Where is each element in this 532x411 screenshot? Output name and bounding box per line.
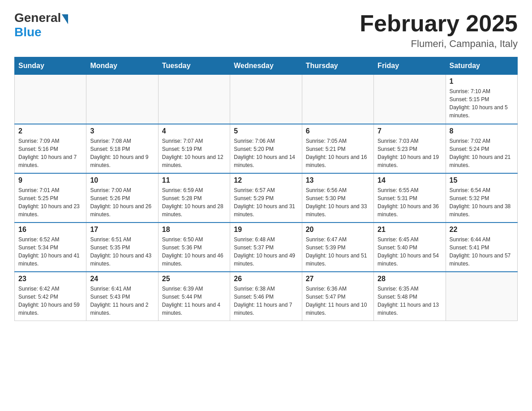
day-number: 19	[234, 226, 298, 234]
day-number: 26	[234, 275, 298, 283]
day-number: 20	[306, 226, 370, 234]
calendar-cell: 18Sunrise: 6:50 AM Sunset: 5:36 PM Dayli…	[158, 223, 230, 272]
day-info: Sunrise: 6:39 AM Sunset: 5:44 PM Dayligh…	[162, 285, 226, 317]
calendar-cell: 12Sunrise: 6:57 AM Sunset: 5:29 PM Dayli…	[230, 173, 302, 223]
title-area: February 2025 Flumeri, Campania, Italy	[360, 11, 518, 50]
weekday-header-row: SundayMondayTuesdayWednesdayThursdayFrid…	[15, 57, 518, 75]
logo: General Blue	[14, 11, 68, 39]
day-number: 24	[90, 275, 154, 283]
calendar-cell: 25Sunrise: 6:39 AM Sunset: 5:44 PM Dayli…	[158, 272, 230, 321]
day-info: Sunrise: 6:54 AM Sunset: 5:32 PM Dayligh…	[450, 186, 514, 218]
calendar-cell: 16Sunrise: 6:52 AM Sunset: 5:34 PM Dayli…	[15, 223, 86, 272]
day-info: Sunrise: 6:50 AM Sunset: 5:36 PM Dayligh…	[162, 235, 226, 268]
day-number: 9	[18, 176, 82, 184]
day-number: 16	[18, 226, 82, 234]
day-info: Sunrise: 6:35 AM Sunset: 5:48 PM Dayligh…	[378, 285, 442, 317]
calendar-cell: 3Sunrise: 7:08 AM Sunset: 5:18 PM Daylig…	[86, 124, 158, 173]
logo-blue-text: Blue	[14, 25, 42, 39]
day-info: Sunrise: 6:47 AM Sunset: 5:39 PM Dayligh…	[306, 235, 370, 268]
day-info: Sunrise: 6:45 AM Sunset: 5:40 PM Dayligh…	[378, 235, 442, 268]
day-info: Sunrise: 6:51 AM Sunset: 5:35 PM Dayligh…	[90, 235, 154, 268]
calendar-cell: 4Sunrise: 7:07 AM Sunset: 5:19 PM Daylig…	[158, 124, 230, 173]
calendar-cell: 1Sunrise: 7:10 AM Sunset: 5:15 PM Daylig…	[446, 75, 517, 124]
day-info: Sunrise: 7:00 AM Sunset: 5:26 PM Dayligh…	[90, 186, 154, 218]
calendar-cell: 6Sunrise: 7:05 AM Sunset: 5:21 PM Daylig…	[302, 124, 373, 173]
calendar-cell: 13Sunrise: 6:56 AM Sunset: 5:30 PM Dayli…	[302, 173, 373, 223]
day-number: 8	[450, 127, 514, 135]
day-number: 3	[90, 127, 154, 135]
weekday-header-saturday: Saturday	[446, 57, 517, 75]
day-info: Sunrise: 6:55 AM Sunset: 5:31 PM Dayligh…	[378, 186, 442, 218]
day-number: 14	[378, 176, 442, 184]
weekday-header-thursday: Thursday	[302, 57, 373, 75]
calendar-cell: 23Sunrise: 6:42 AM Sunset: 5:42 PM Dayli…	[15, 272, 86, 321]
day-number: 13	[306, 176, 370, 184]
day-number: 7	[378, 127, 442, 135]
day-number: 5	[234, 127, 298, 135]
logo-general-text: General	[14, 11, 61, 25]
calendar-cell: 19Sunrise: 6:48 AM Sunset: 5:37 PM Dayli…	[230, 223, 302, 272]
page-subtitle: Flumeri, Campania, Italy	[360, 38, 518, 50]
day-number: 21	[378, 226, 442, 234]
calendar-cell	[158, 75, 230, 124]
weekday-header-friday: Friday	[374, 57, 446, 75]
day-number: 18	[162, 226, 226, 234]
day-info: Sunrise: 7:06 AM Sunset: 5:20 PM Dayligh…	[234, 137, 298, 169]
logo-text: General	[14, 11, 68, 25]
day-info: Sunrise: 6:52 AM Sunset: 5:34 PM Dayligh…	[18, 235, 82, 268]
calendar-cell: 20Sunrise: 6:47 AM Sunset: 5:39 PM Dayli…	[302, 223, 373, 272]
calendar-cell: 27Sunrise: 6:36 AM Sunset: 5:47 PM Dayli…	[302, 272, 373, 321]
day-info: Sunrise: 7:05 AM Sunset: 5:21 PM Dayligh…	[306, 137, 370, 169]
weekday-header-sunday: Sunday	[15, 57, 86, 75]
page-header: General Blue February 2025 Flumeri, Camp…	[14, 11, 518, 50]
day-info: Sunrise: 6:57 AM Sunset: 5:29 PM Dayligh…	[234, 186, 298, 218]
calendar-week-2: 9Sunrise: 7:01 AM Sunset: 5:25 PM Daylig…	[15, 173, 518, 223]
calendar-cell: 15Sunrise: 6:54 AM Sunset: 5:32 PM Dayli…	[446, 173, 517, 223]
day-number: 22	[450, 226, 514, 234]
calendar-cell: 21Sunrise: 6:45 AM Sunset: 5:40 PM Dayli…	[374, 223, 446, 272]
day-info: Sunrise: 7:02 AM Sunset: 5:24 PM Dayligh…	[450, 137, 514, 169]
calendar-cell: 11Sunrise: 6:59 AM Sunset: 5:28 PM Dayli…	[158, 173, 230, 223]
calendar-cell	[446, 272, 517, 321]
day-number: 11	[162, 176, 226, 184]
calendar-cell: 2Sunrise: 7:09 AM Sunset: 5:16 PM Daylig…	[15, 124, 86, 173]
day-info: Sunrise: 6:38 AM Sunset: 5:46 PM Dayligh…	[234, 285, 298, 317]
day-info: Sunrise: 7:01 AM Sunset: 5:25 PM Dayligh…	[18, 186, 82, 218]
calendar-table: SundayMondayTuesdayWednesdayThursdayFrid…	[14, 57, 518, 321]
day-info: Sunrise: 6:41 AM Sunset: 5:43 PM Dayligh…	[90, 285, 154, 317]
day-number: 4	[162, 127, 226, 135]
calendar-cell: 22Sunrise: 6:44 AM Sunset: 5:41 PM Dayli…	[446, 223, 517, 272]
day-info: Sunrise: 6:48 AM Sunset: 5:37 PM Dayligh…	[234, 235, 298, 268]
weekday-header-wednesday: Wednesday	[230, 57, 302, 75]
page-title: February 2025	[360, 11, 518, 36]
day-number: 6	[306, 127, 370, 135]
weekday-header-monday: Monday	[86, 57, 158, 75]
day-number: 15	[450, 176, 514, 184]
day-number: 27	[306, 275, 370, 283]
day-info: Sunrise: 6:44 AM Sunset: 5:41 PM Dayligh…	[450, 235, 514, 268]
calendar-cell: 17Sunrise: 6:51 AM Sunset: 5:35 PM Dayli…	[86, 223, 158, 272]
calendar-cell: 14Sunrise: 6:55 AM Sunset: 5:31 PM Dayli…	[374, 173, 446, 223]
day-info: Sunrise: 7:10 AM Sunset: 5:15 PM Dayligh…	[450, 87, 514, 120]
day-number: 28	[378, 275, 442, 283]
day-info: Sunrise: 7:09 AM Sunset: 5:16 PM Dayligh…	[18, 137, 82, 169]
calendar-cell	[374, 75, 446, 124]
calendar-cell	[15, 75, 86, 124]
day-number: 1	[450, 77, 514, 86]
day-number: 2	[18, 127, 82, 135]
calendar-cell: 28Sunrise: 6:35 AM Sunset: 5:48 PM Dayli…	[374, 272, 446, 321]
calendar-cell: 10Sunrise: 7:00 AM Sunset: 5:26 PM Dayli…	[86, 173, 158, 223]
weekday-header-tuesday: Tuesday	[158, 57, 230, 75]
calendar-cell: 5Sunrise: 7:06 AM Sunset: 5:20 PM Daylig…	[230, 124, 302, 173]
calendar-cell	[230, 75, 302, 124]
day-info: Sunrise: 7:03 AM Sunset: 5:23 PM Dayligh…	[378, 137, 442, 169]
calendar-cell	[302, 75, 373, 124]
calendar-cell	[86, 75, 158, 124]
calendar-week-1: 2Sunrise: 7:09 AM Sunset: 5:16 PM Daylig…	[15, 124, 518, 173]
calendar-cell: 7Sunrise: 7:03 AM Sunset: 5:23 PM Daylig…	[374, 124, 446, 173]
calendar-cell: 8Sunrise: 7:02 AM Sunset: 5:24 PM Daylig…	[446, 124, 517, 173]
day-number: 17	[90, 226, 154, 234]
calendar-body: 1Sunrise: 7:10 AM Sunset: 5:15 PM Daylig…	[15, 75, 518, 321]
day-info: Sunrise: 6:36 AM Sunset: 5:47 PM Dayligh…	[306, 285, 370, 317]
day-info: Sunrise: 6:59 AM Sunset: 5:28 PM Dayligh…	[162, 186, 226, 218]
